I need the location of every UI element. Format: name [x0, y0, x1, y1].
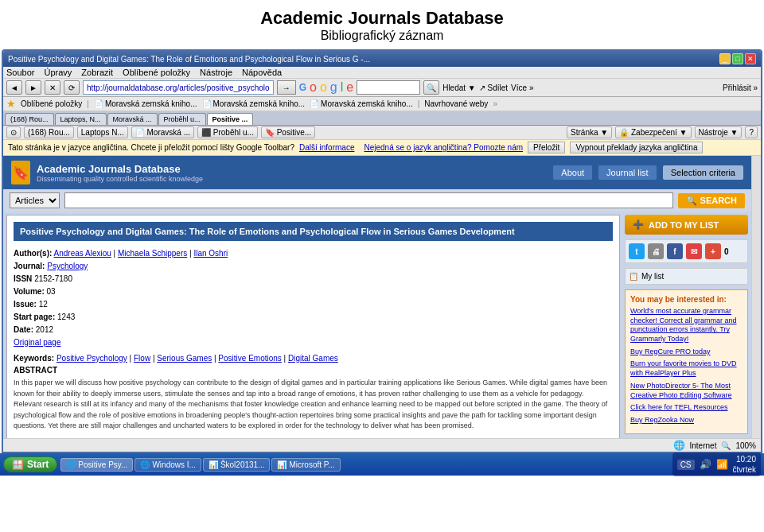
twitter-button[interactable]: t: [629, 243, 645, 259]
bookmark-navrhweby[interactable]: Navrhované weby: [424, 99, 488, 108]
toolbar-sdilet[interactable]: ↗ Sdílet: [479, 83, 508, 92]
startpage-row: Start page: 1243: [14, 311, 613, 324]
author-1[interactable]: Andreas Alexiou: [54, 249, 111, 258]
abstract-title: ABSTRACT: [14, 366, 613, 375]
taskbar-item-2[interactable]: 🌐 Windows I...: [134, 458, 201, 472]
no-translate-button[interactable]: Vypnout překlady jazyka angličtina: [570, 142, 703, 153]
maximize-button[interactable]: □: [732, 53, 743, 64]
original-page-link[interactable]: Original page: [14, 338, 60, 347]
zabezpeceni-btn[interactable]: 🔒 Zabezpečení ▼: [615, 126, 691, 138]
toolbar-hledat[interactable]: Hledat ▼: [442, 83, 476, 92]
keyword-4[interactable]: Positive Emotions: [218, 354, 281, 363]
interested-4[interactable]: New PhotoDirector 5- The Most Creative P…: [630, 382, 743, 400]
google-search-input[interactable]: [357, 80, 420, 95]
toolbar-positive2[interactable]: 🔖 Positive...: [261, 126, 315, 138]
keyword-2[interactable]: Flow: [134, 354, 150, 363]
mylist-icon: 📋: [629, 272, 638, 281]
google-search-button[interactable]: 🔍: [423, 80, 439, 95]
keyword-5[interactable]: Digital Games: [288, 354, 338, 363]
browser-title: Positive Psychology and Digital Games: T…: [8, 55, 713, 64]
nav-journal-list[interactable]: Journal list: [598, 165, 657, 180]
main-content: 🔖 Academic Journals Database Disseminati…: [3, 156, 751, 438]
close-button[interactable]: ✕: [745, 53, 756, 64]
bookmark-1[interactable]: 📄 Moravská zemská kniho...: [94, 99, 197, 108]
bookmark-2[interactable]: 📄 Moravská zemská kniho...: [202, 99, 306, 108]
keyword-3[interactable]: Serious Games: [157, 354, 212, 363]
back-button[interactable]: ◄: [6, 80, 22, 95]
search-input[interactable]: [64, 192, 673, 208]
tab-positive[interactable]: Positive ...: [207, 113, 254, 125]
mylist-label: My list: [641, 272, 664, 281]
go-button[interactable]: →: [277, 80, 296, 95]
search-category-select[interactable]: Articles: [10, 192, 60, 208]
toolbar-laptops2[interactable]: Laptops N...: [77, 126, 128, 138]
facebook-button[interactable]: f: [667, 243, 683, 259]
keyword-1[interactable]: Positive Psychology: [57, 354, 127, 363]
menu-nastroje[interactable]: Nástroje: [200, 68, 232, 77]
tab-moravska[interactable]: Moravská ...: [107, 113, 158, 125]
minimize-button[interactable]: _: [719, 53, 731, 64]
menu-oblibene[interactable]: Oblíbené položky: [123, 68, 190, 77]
search-button[interactable]: 🔍 SEARCH: [678, 193, 745, 208]
toolbar-168[interactable]: (168) Rou...: [24, 126, 74, 138]
toolbar-probehl2[interactable]: ⬛ Proběhl u...: [197, 126, 258, 138]
gplus-button[interactable]: +: [705, 243, 721, 259]
print-button[interactable]: 🖨: [648, 243, 664, 259]
forward-button[interactable]: ►: [25, 80, 41, 95]
toolbar-moravska2[interactable]: 📄 Moravská ...: [131, 126, 194, 138]
nastroje-btn[interactable]: Nástroje ▼: [695, 126, 743, 138]
bookmark-oblibene[interactable]: Oblíbené položky: [21, 99, 82, 108]
search-icon: 🔍: [686, 196, 697, 206]
translate-button[interactable]: Přeložit: [528, 142, 565, 153]
author-3[interactable]: Ilan Oshri: [193, 249, 228, 258]
journal-link[interactable]: Psychology: [47, 262, 88, 270]
taskbar-item-4[interactable]: 📊 Microsoft P...: [271, 458, 340, 472]
interested-1[interactable]: World's most accurate grammar checker! C…: [630, 307, 743, 344]
add-to-list-button[interactable]: ➕ ADD TO MY LIST: [625, 215, 748, 235]
menu-upravy[interactable]: Úpravy: [44, 68, 72, 77]
nav-about[interactable]: About: [553, 165, 592, 180]
translate-help-link[interactable]: Nejedná se o jazyk angličtina? Pomozte n…: [364, 143, 523, 152]
start-button[interactable]: 🪟 Start: [3, 456, 57, 472]
volume-value: 03: [47, 287, 56, 296]
nav-selection[interactable]: Selection criteria: [663, 165, 743, 180]
refresh-button[interactable]: ⟳: [64, 80, 80, 95]
menu-soubor[interactable]: Soubor: [6, 68, 34, 77]
interested-3[interactable]: Burn your favorite movies to DVD with Re…: [630, 359, 743, 378]
toolbar-back2[interactable]: ⊙: [6, 126, 21, 138]
content-scrollbar[interactable]: [751, 156, 761, 438]
menu-napoveda[interactable]: Nápověda: [242, 68, 282, 77]
tab-laptops[interactable]: Laptops, N...: [55, 113, 107, 125]
taskbar-item-3[interactable]: 📊 Škol20131...: [203, 458, 271, 472]
site-header: 🔖 Academic Journals Database Disseminati…: [3, 156, 751, 189]
email-button[interactable]: ✉: [686, 243, 702, 259]
expand-bookmarks[interactable]: »: [493, 99, 497, 108]
stop-button[interactable]: ✕: [45, 80, 60, 95]
article-main: Positive Psychology and Digital Games: T…: [6, 215, 620, 438]
authors-label: Author(s):: [14, 249, 52, 258]
taskbar-item-1[interactable]: 🌐 Positive Psy...: [60, 458, 133, 472]
date-label: Date:: [14, 325, 33, 334]
translate-info-link[interactable]: Další informace: [299, 143, 354, 152]
bookmark-3[interactable]: 📄 Moravská zemská kniho...: [310, 99, 413, 108]
status-right: 🌐 Internet 🔍 100%: [673, 440, 757, 451]
startpage-label: Start page:: [14, 313, 55, 321]
interested-6[interactable]: Buy RegZooka Now: [630, 416, 743, 425]
tab-168[interactable]: (168) Rou...: [5, 113, 54, 125]
address-bar[interactable]: [83, 80, 274, 95]
social-bar: t 🖨 f ✉ + 0: [625, 239, 748, 263]
help-btn[interactable]: ?: [745, 126, 758, 138]
tab-probehl[interactable]: Proběhl u...: [158, 113, 206, 125]
prihlasit-btn[interactable]: Přihlásit »: [723, 83, 758, 92]
interested-2[interactable]: Buy RegCure PRO today: [630, 348, 743, 357]
clock-time: 10:20: [733, 454, 756, 464]
start-label: Start: [27, 459, 49, 470]
toolbar-vice[interactable]: Více »: [511, 83, 533, 92]
browser-navbar: ◄ ► ✕ ⟳ → Google 🔍 Hledat ▼ ↗ Sdílet Víc…: [3, 79, 761, 97]
menu-zobrazit[interactable]: Zobrazit: [81, 68, 113, 77]
article-title: Positive Psychology and Digital Games: T…: [14, 222, 613, 241]
google-logo: G: [299, 82, 306, 93]
author-2[interactable]: Michaela Schippers: [118, 249, 187, 258]
interested-5[interactable]: Click here for TEFL Resources: [630, 403, 743, 413]
stránka-btn[interactable]: Stránka ▼: [567, 126, 612, 138]
